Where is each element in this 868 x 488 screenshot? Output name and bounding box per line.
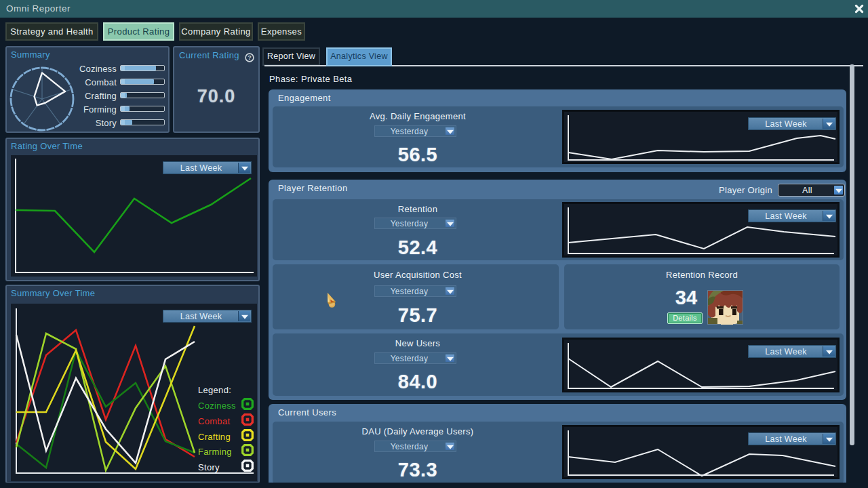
svg-text:?: ? (248, 54, 251, 61)
